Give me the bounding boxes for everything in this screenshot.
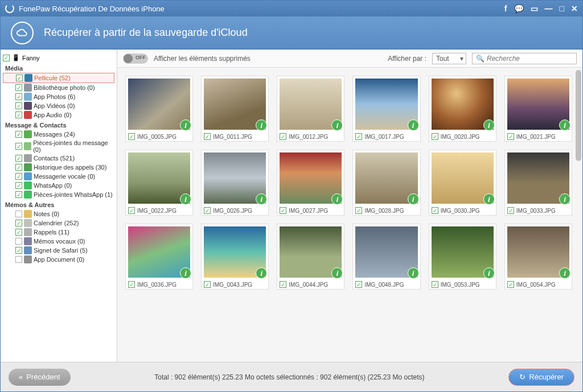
device-row[interactable]: ✓ 📱 Fanny — [3, 53, 114, 63]
checkbox-icon[interactable]: ✓ — [128, 207, 135, 214]
info-icon[interactable]: i — [483, 193, 495, 205]
info-icon[interactable]: i — [559, 193, 570, 205]
checkbox-icon[interactable]: ✓ — [204, 207, 211, 214]
checkbox-icon[interactable]: ✓ — [15, 211, 22, 217]
info-icon[interactable]: i — [408, 267, 419, 279]
checkbox-icon[interactable]: ✓ — [15, 155, 22, 162]
checkbox-icon[interactable]: ✓ — [507, 207, 514, 214]
checkbox-icon[interactable]: ✓ — [355, 281, 362, 288]
checkbox-icon[interactable]: ✓ — [204, 281, 211, 288]
sidebar-item[interactable]: ✓App Document (0) — [3, 255, 114, 264]
checkbox-icon[interactable]: ✓ — [128, 133, 135, 140]
checkbox-icon[interactable]: ✓ — [507, 133, 514, 140]
sidebar-item[interactable]: ✓App Audio (0) — [3, 110, 114, 119]
thumbnail[interactable]: i✓IMG_0043.JPG — [201, 224, 269, 290]
checkbox-icon[interactable]: ✓ — [15, 93, 22, 100]
sidebar-item[interactable]: ✓Messages (24) — [3, 130, 114, 139]
sidebar-item[interactable]: ✓Pièces-jointes WhatsApp (1) — [3, 190, 114, 199]
thumbnail[interactable]: i✓IMG_0033.JPG — [504, 150, 572, 216]
thumbnail[interactable]: i✓IMG_0036.JPG — [125, 224, 193, 290]
sidebar-item[interactable]: ✓Historique des appels (30) — [3, 163, 114, 172]
chat-icon[interactable]: 💬 — [514, 4, 524, 13]
checkbox-icon[interactable]: ✓ — [280, 281, 286, 288]
thumbnail[interactable]: i✓IMG_0005.JPG — [125, 76, 193, 142]
sidebar-item[interactable]: ✓Bibliothèque photo (0) — [3, 83, 114, 92]
checkbox-icon[interactable]: ✓ — [15, 164, 22, 171]
checkbox-icon[interactable]: ✓ — [15, 256, 22, 263]
thumbnail[interactable]: i✓IMG_0030.JPG — [429, 150, 496, 216]
thumbnail[interactable]: i✓IMG_0053.JPG — [429, 224, 496, 290]
search-box[interactable]: 🔍 — [472, 53, 577, 64]
checkbox-icon[interactable]: ✓ — [507, 281, 514, 288]
deleted-toggle[interactable]: OFF — [123, 53, 148, 64]
sidebar-item[interactable]: ✓Pellicule (52) — [3, 73, 114, 83]
sidebar-item[interactable]: ✓Mémos vocaux (0) — [3, 237, 114, 246]
app-logo-icon — [5, 4, 14, 13]
checkbox-icon[interactable]: ✓ — [15, 247, 22, 254]
maximize-icon[interactable]: □ — [560, 4, 564, 13]
thumbnail[interactable]: i✓IMG_0021.JPG — [504, 76, 572, 142]
thumbnail[interactable]: i✓IMG_0011.JPG — [201, 76, 269, 142]
checkbox-icon[interactable]: ✓ — [355, 207, 362, 214]
sidebar-item[interactable]: ✓Messagerie vocale (0) — [3, 172, 114, 181]
thumbnail[interactable]: i✓IMG_0027.JPG — [277, 150, 344, 216]
search-input[interactable] — [487, 55, 573, 63]
prev-button[interactable]: « Précédent — [9, 369, 71, 386]
checkbox-icon[interactable]: ✓ — [16, 75, 23, 81]
checkbox-icon[interactable]: ✓ — [15, 182, 22, 189]
close-icon[interactable]: ✕ — [571, 4, 578, 13]
sidebar-item[interactable]: ✓WhatsApp (0) — [3, 181, 114, 190]
filter-select[interactable]: Tout — [432, 53, 466, 64]
thumbnail[interactable]: i✓IMG_0022.JPG — [125, 150, 193, 216]
thumbnail[interactable]: i✓IMG_0012.JPG — [277, 76, 344, 142]
feedback-icon[interactable]: ▭ — [531, 4, 538, 13]
checkbox-icon[interactable]: ✓ — [432, 207, 438, 214]
thumbnail-filename: IMG_0033.JPG — [516, 208, 556, 214]
checkbox-icon[interactable]: ✓ — [128, 281, 135, 288]
info-icon[interactable]: i — [559, 119, 570, 131]
sidebar-item[interactable]: ✓App Photos (6) — [3, 92, 114, 101]
checkbox-icon[interactable]: ✓ — [15, 229, 22, 236]
info-icon[interactable]: i — [408, 119, 419, 131]
sidebar-item[interactable]: ✓Notes (0) — [3, 209, 114, 218]
sidebar-item-label: Rappels (11) — [34, 229, 69, 236]
checkbox-icon[interactable]: ✓ — [15, 173, 22, 180]
thumbnail-scroll[interactable]: i✓IMG_0005.JPGi✓IMG_0011.JPGi✓IMG_0012.J… — [117, 68, 582, 362]
thumbnail[interactable]: i✓IMG_0028.JPG — [352, 150, 420, 216]
sidebar-item[interactable]: ✓App Vidéos (0) — [3, 101, 114, 110]
checkbox-icon[interactable]: ✓ — [432, 133, 438, 140]
recover-button[interactable]: ↻ Récupérer — [508, 369, 574, 386]
checkbox-icon[interactable]: ✓ — [15, 102, 22, 109]
checkbox-icon[interactable]: ✓ — [432, 281, 438, 288]
info-icon[interactable]: i — [408, 193, 419, 205]
checkbox-icon[interactable]: ✓ — [15, 191, 22, 198]
checkbox-icon[interactable]: ✓ — [15, 84, 22, 91]
thumbnail[interactable]: i✓IMG_0026.JPG — [201, 150, 269, 216]
sidebar-item[interactable]: ✓Rappels (11) — [3, 228, 114, 237]
checkbox-icon[interactable]: ✓ — [15, 131, 22, 138]
info-icon[interactable]: i — [559, 267, 570, 279]
checkbox-icon[interactable]: ✓ — [15, 238, 22, 245]
thumbnail[interactable]: i✓IMG_0017.JPG — [352, 76, 420, 142]
sidebar-item[interactable]: ✓Contacts (521) — [3, 154, 114, 163]
checkbox-icon[interactable]: ✓ — [280, 207, 286, 214]
thumbnail[interactable]: i✓IMG_0054.JPG — [504, 224, 572, 290]
facebook-icon[interactable]: f — [504, 4, 507, 13]
thumbnail[interactable]: i✓IMG_0020.JPG — [429, 76, 496, 142]
checkbox-icon[interactable]: ✓ — [15, 143, 22, 150]
sidebar-item[interactable]: ✓Signet de Safari (5) — [3, 246, 114, 255]
scrollbar[interactable] — [576, 70, 581, 161]
checkbox-icon[interactable]: ✓ — [15, 220, 22, 226]
checkbox-icon[interactable]: ✓ — [280, 133, 286, 140]
minimize-icon[interactable]: — — [545, 4, 553, 13]
sidebar-item[interactable]: ✓Pièces-jointes du message (0) — [3, 139, 114, 154]
checkbox-icon[interactable]: ✓ — [204, 133, 211, 140]
checkbox-icon[interactable]: ✓ — [3, 55, 10, 61]
thumbnail[interactable]: i✓IMG_0044.JPG — [277, 224, 344, 290]
checkbox-icon[interactable]: ✓ — [355, 133, 362, 140]
checkbox-icon[interactable]: ✓ — [15, 112, 22, 118]
sidebar-item[interactable]: ✓Calendrier (252) — [3, 218, 114, 228]
info-icon[interactable]: i — [483, 119, 495, 131]
info-icon[interactable]: i — [483, 267, 495, 279]
thumbnail[interactable]: i✓IMG_0048.JPG — [352, 224, 420, 290]
